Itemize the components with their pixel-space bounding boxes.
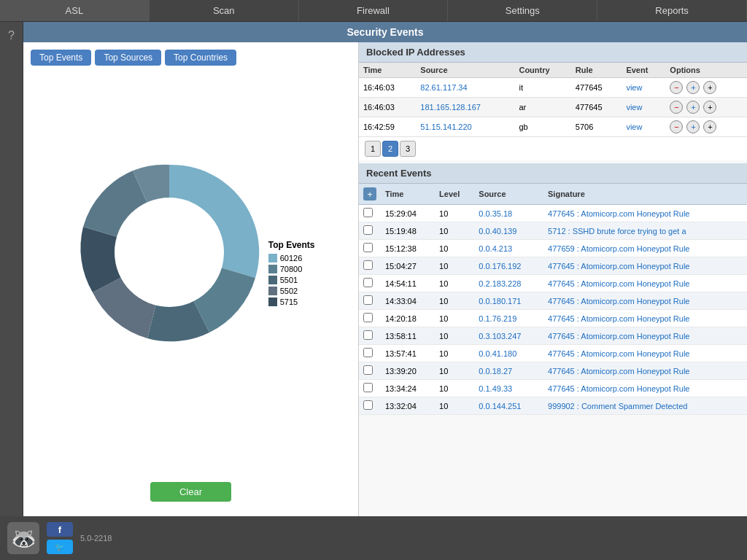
row-checkbox-2[interactable] — [363, 243, 373, 252]
recent-level-8: 10 — [435, 345, 474, 362]
recent-sig-9: 477645 : Atomicorp.com Honeypot Rule — [543, 362, 747, 380]
recent-sig-7: 477645 : Atomicorp.com Honeypot Rule — [543, 327, 747, 345]
row-checkbox-3[interactable] — [363, 260, 373, 270]
twitter-icon[interactable]: 🐦 — [47, 540, 73, 554]
legend-item-1: 70800 — [268, 265, 315, 273]
checkbox-cell-0[interactable] — [359, 205, 381, 222]
recent-row-11: 13:32:04 10 0.0.144.251 999902 : Comment… — [359, 397, 747, 415]
recent-source-5[interactable]: 0.0.180.171 — [474, 292, 543, 310]
checkbox-cell-5[interactable] — [359, 292, 381, 310]
blocked-time-0: 16:46:03 — [359, 78, 416, 98]
checkbox-cell-1[interactable] — [359, 222, 381, 240]
recent-source-3[interactable]: 0.0.176.192 — [474, 257, 543, 275]
recent-row-2: 15:12:38 10 0.0.4.213 477659 : Atomicorp… — [359, 240, 747, 257]
checkbox-cell-6[interactable] — [359, 310, 381, 327]
recent-source-11[interactable]: 0.0.144.251 — [474, 397, 543, 415]
checkbox-cell-8[interactable] — [359, 345, 381, 362]
help-icon[interactable]: ? — [8, 29, 15, 42]
col-signature: Signature — [543, 184, 747, 205]
main-container: ? Security Events Top Events Top Sources… — [0, 22, 747, 516]
checkbox-cell-2[interactable] — [359, 240, 381, 257]
recent-level-7: 10 — [435, 327, 474, 345]
blocked-source-1[interactable]: 181.165.128.167 — [416, 98, 514, 117]
nav-reports[interactable]: Reports — [597, 0, 747, 21]
row-checkbox-1[interactable] — [363, 225, 373, 235]
recent-row-6: 14:20:18 10 0.1.76.219 477645 : Atomicor… — [359, 310, 747, 327]
nav-firewall[interactable]: Firewall — [299, 0, 449, 21]
recent-level-9: 10 — [435, 362, 474, 380]
tab-top-sources[interactable]: Top Sources — [95, 50, 161, 66]
recent-sig-0: 477645 : Atomicorp.com Honeypot Rule — [543, 205, 747, 222]
row-checkbox-9[interactable] — [363, 365, 373, 375]
recent-source-2[interactable]: 0.0.4.213 — [474, 240, 543, 257]
blocked-event-1[interactable]: view — [622, 98, 665, 117]
remove-btn-2[interactable]: − — [670, 120, 683, 133]
recent-sig-10: 477645 : Atomicorp.com Honeypot Rule — [543, 380, 747, 397]
info-btn-1[interactable]: + — [686, 101, 700, 114]
add-btn-2[interactable]: + — [703, 120, 716, 133]
checkbox-cell-11[interactable] — [359, 397, 381, 415]
row-checkbox-11[interactable] — [363, 400, 373, 410]
facebook-icon[interactable]: f — [47, 522, 73, 537]
page-1-button[interactable]: 1 — [365, 141, 381, 157]
recent-row-5: 14:33:04 10 0.0.180.171 477645 : Atomico… — [359, 292, 747, 310]
content-body: Top Events Top Sources Top Countries — [23, 42, 747, 516]
checkbox-cell-7[interactable] — [359, 327, 381, 345]
recent-source-6[interactable]: 0.1.76.219 — [474, 310, 543, 327]
nav-settings[interactable]: Settings — [448, 0, 597, 21]
row-checkbox-7[interactable] — [363, 330, 373, 340]
add-btn-0[interactable]: + — [703, 81, 716, 94]
row-checkbox-6[interactable] — [363, 313, 373, 322]
row-checkbox-5[interactable] — [363, 295, 373, 305]
legend-color-0 — [268, 254, 277, 262]
blocked-options-2: − + + — [665, 117, 747, 137]
info-btn-2[interactable]: + — [686, 120, 700, 133]
tab-top-countries[interactable]: Top Countries — [165, 50, 236, 66]
row-checkbox-8[interactable] — [363, 348, 373, 357]
security-events-header: Security Events — [23, 22, 747, 42]
remove-btn-1[interactable]: − — [670, 101, 683, 114]
row-checkbox-4[interactable] — [363, 278, 373, 287]
recent-source-7[interactable]: 0.3.103.247 — [474, 327, 543, 345]
recent-time-3: 15:04:27 — [381, 257, 435, 275]
blocked-event-0[interactable]: view — [622, 78, 665, 98]
tab-buttons: Top Events Top Sources Top Countries — [31, 50, 351, 66]
recent-source-1[interactable]: 0.0.40.139 — [474, 222, 543, 240]
recent-source-9[interactable]: 0.0.18.27 — [474, 362, 543, 380]
clear-button[interactable]: Clear — [150, 482, 231, 502]
version-text: 5.0-2218 — [80, 534, 112, 542]
add-event-button[interactable]: + — [363, 187, 376, 201]
page-3-button[interactable]: 3 — [400, 141, 416, 157]
checkbox-cell-4[interactable] — [359, 275, 381, 292]
row-checkbox-10[interactable] — [363, 383, 373, 392]
checkbox-cell-9[interactable] — [359, 362, 381, 380]
recent-events-scroll[interactable]: + Time Level Source Signature 15:29:04 — [359, 184, 747, 415]
tab-top-events[interactable]: Top Events — [31, 50, 91, 66]
nav-scan[interactable]: Scan — [150, 0, 299, 21]
recent-sig-6: 477645 : Atomicorp.com Honeypot Rule — [543, 310, 747, 327]
recent-source-0[interactable]: 0.0.35.18 — [474, 205, 543, 222]
blocked-source-0[interactable]: 82.61.117.34 — [416, 78, 514, 98]
remove-btn-0[interactable]: − — [670, 81, 683, 94]
raccoon-icon[interactable]: 🦝 — [7, 522, 39, 554]
legend-item-3: 5502 — [268, 287, 315, 295]
checkbox-cell-3[interactable] — [359, 257, 381, 275]
row-checkbox-0[interactable] — [363, 208, 373, 217]
page-2-button[interactable]: 2 — [382, 141, 398, 157]
checkbox-cell-10[interactable] — [359, 380, 381, 397]
recent-source-8[interactable]: 0.0.41.180 — [474, 345, 543, 362]
recent-source-10[interactable]: 0.1.49.33 — [474, 380, 543, 397]
legend-item-2: 5501 — [268, 276, 315, 284]
recent-level-5: 10 — [435, 292, 474, 310]
blocked-time-2: 16:42:59 — [359, 117, 416, 137]
add-btn-1[interactable]: + — [703, 101, 716, 114]
info-btn-0[interactable]: + — [686, 81, 700, 94]
recent-source-4[interactable]: 0.2.183.228 — [474, 275, 543, 292]
blocked-ip-table: Time Source Country Rule Event Options 1… — [359, 63, 747, 137]
nav-asl[interactable]: ASL — [0, 0, 150, 21]
blocked-source-2[interactable]: 51.15.141.220 — [416, 117, 514, 137]
blocked-event-2[interactable]: view — [622, 117, 665, 137]
recent-time-7: 13:58:11 — [381, 327, 435, 345]
recent-time-9: 13:39:20 — [381, 362, 435, 380]
col-source: Source — [416, 63, 514, 78]
